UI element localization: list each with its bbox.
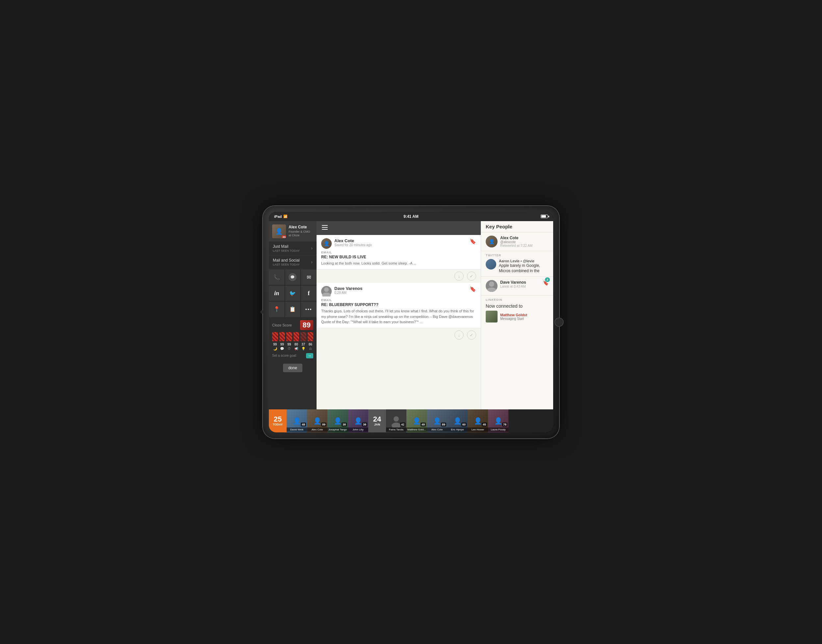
nav-item-title: Mail and Social <box>273 258 300 262</box>
key-people-title: Key People <box>486 224 549 229</box>
key-person-handle: @alexcote <box>500 240 549 244</box>
scale-icon: ⚖ <box>308 347 314 350</box>
location-icon: 📍 <box>273 306 280 312</box>
score-num-5: 37 <box>301 343 306 346</box>
tweet-text: Apple barely m Google, Micros combined i… <box>499 263 549 274</box>
score-value: 89 <box>300 320 313 330</box>
sidebar-item-mail-social[interactable]: Mail and Social LAST SEEN TODAY › <box>269 255 317 269</box>
linkedin-button[interactable]: in <box>269 285 285 301</box>
score-goal-button[interactable]: − <box>306 353 313 358</box>
messages-header <box>317 221 481 235</box>
menu-button[interactable] <box>321 224 329 232</box>
twitter-button[interactable]: 🐦 <box>285 285 301 301</box>
filmstrip-person-alex-cote-2[interactable]: 👤 89 Alex Cote <box>427 409 447 432</box>
message-card-dave[interactable]: Dave Varenos 0:28 AM 🔖 EMAIL RE: BLUEBER… <box>317 283 481 328</box>
location-button[interactable]: 📍 <box>269 301 285 317</box>
notes-button[interactable]: 📋 <box>285 301 301 317</box>
filmstrip-person-lee[interactable]: 👤 45 Lee Hower <box>468 409 488 432</box>
filmstrip-person-name: David Weik <box>287 428 307 432</box>
facebook-button[interactable]: f <box>301 285 317 301</box>
filmstrip-jan-number: 24 <box>373 416 381 423</box>
filmstrip-person-alex-cote-1[interactable]: 👤 89 Alex Cote <box>307 409 327 432</box>
filmstrip-person-matthew[interactable]: 👤 49 Matthew Gold... <box>406 409 427 432</box>
linkedin-person[interactable]: Matthew Goldst Messaging Start <box>486 311 549 322</box>
filmstrip-today-label: TODAY <box>273 423 283 426</box>
score-bar <box>279 332 285 341</box>
score-icons: 🌙 💬 ⏱ 📢 💡 ⚖ <box>272 347 313 350</box>
status-right <box>541 215 548 218</box>
cloze-score-section: Cloze Score 89 99 99 99 <box>269 317 317 361</box>
filmstrip-jan-label: JAN <box>374 423 380 426</box>
device-frame: iPad 📶 9:41 AM 👤 89 <box>263 206 559 439</box>
score-num-3: 99 <box>286 343 292 346</box>
key-person-dave[interactable]: Dave Varenos Latest at 0:43 AM 2 🔖 <box>481 277 553 296</box>
bookmark-icon[interactable]: 🔖 <box>469 238 476 244</box>
filmstrip-person-badge: 48 <box>301 423 306 426</box>
filmstrip: 25 TODAY 👤 48 David Weik 👤 89 Alex Cote … <box>269 409 553 432</box>
done-message-button[interactable]: ✓ <box>467 271 476 281</box>
done-message-button-2[interactable]: ✓ <box>467 330 476 340</box>
message-sender-name: Alex Cote <box>334 238 467 243</box>
tweet-content: Aaron Levie • @levie Apple barely m Goog… <box>499 259 549 274</box>
filmstrip-person-john-lilly[interactable]: 👤 38 John Lilly <box>348 409 368 432</box>
filmstrip-person-faina[interactable]: 42 Faina Tarola <box>386 409 406 432</box>
message-top: 👤 Alex Cote Saved for 20 minutes ago 🔖 <box>321 238 476 249</box>
linkedin-label: LINKEDIN <box>486 298 549 301</box>
filmstrip-person-badge: 78 <box>502 423 508 426</box>
messages-panel: 👤 Alex Cote Saved for 20 minutes ago 🔖 E… <box>317 221 481 409</box>
chat-icon: 💬 <box>279 347 285 350</box>
filmstrip-person-name: Faina Tarola <box>386 428 406 432</box>
filmstrip-person-name: Matthew Gold... <box>406 428 427 432</box>
archive-button[interactable]: ↓ <box>454 271 464 281</box>
message-body: Looking at the both now. Looks solid. Ge… <box>321 261 476 266</box>
profile-header[interactable]: 👤 89 Alex Cote Founder & CMO at Cloze <box>269 221 317 242</box>
bookmark-icon[interactable]: 🔖 <box>469 286 476 292</box>
avatar: 👤 89 <box>272 224 286 238</box>
sidebar: 👤 89 Alex Cote Founder & CMO at Cloze Ju… <box>269 221 317 409</box>
twitter-icon: 🐦 <box>289 290 296 296</box>
sms-button[interactable]: 💬 <box>285 270 301 285</box>
message-actions-1: ↓ ✓ <box>317 270 481 283</box>
message-actions-2: ↓ ✓ <box>317 328 481 342</box>
svg-rect-1 <box>322 227 328 228</box>
status-bar: iPad 📶 9:41 AM <box>269 212 553 221</box>
score-bar <box>272 332 278 341</box>
profile-info: Alex Cote Founder & CMO at Cloze <box>288 225 313 238</box>
filmstrip-person-badge: 60 <box>462 423 466 426</box>
score-bar <box>293 332 299 341</box>
filmstrip-person-name: Lee Hower <box>468 428 488 432</box>
chevron-right-icon: › <box>311 259 313 265</box>
filmstrip-person-name: Laura Foody <box>488 428 508 432</box>
message-subject: RE: BLUEBERRY SUPPORT?? <box>321 302 476 307</box>
filmstrip-person-badge: 89 <box>321 423 327 426</box>
message-type-label: EMAIL <box>321 299 476 302</box>
status-left: iPad 📶 <box>274 215 287 219</box>
message-type-label: EMAIL <box>321 251 476 254</box>
linkedin-person-title: Messaging Start <box>500 317 527 320</box>
side-button[interactable] <box>260 310 264 314</box>
message-card-alex[interactable]: 👤 Alex Cote Saved for 20 minutes ago 🔖 E… <box>317 235 481 270</box>
key-person-alex[interactable]: 👤 Alex Cote @alexcote Retweeted at 7:22 … <box>481 232 553 251</box>
more-button[interactable]: ••• <box>301 301 317 317</box>
filmstrip-jan[interactable]: 24 JAN <box>368 409 386 432</box>
filmstrip-person-josaphat[interactable]: 👤 38 Josaphat Tango <box>327 409 348 432</box>
phone-button[interactable]: 📞 <box>269 270 285 285</box>
email-button[interactable]: ✉ <box>301 270 317 285</box>
sidebar-item-just-mail[interactable]: Just Mail LAST SEEN TODAY › <box>269 242 317 255</box>
profile-badge: 89 <box>282 235 286 238</box>
filmstrip-today[interactable]: 25 TODAY <box>269 409 287 432</box>
score-num-1: 99 <box>272 343 278 346</box>
done-button[interactable]: done <box>283 363 302 372</box>
score-bar <box>301 332 306 341</box>
filmstrip-person-eric[interactable]: 👤 60 Eric Hjerpe <box>447 409 468 432</box>
filmstrip-person-badge: 89 <box>441 423 446 426</box>
filmstrip-person-david-weik[interactable]: 👤 48 David Weik <box>287 409 307 432</box>
sms-icon: 💬 <box>288 273 296 281</box>
filmstrip-person-laura[interactable]: 👤 78 Laura Foody <box>488 409 508 432</box>
twitter-section: TWITTER Aaron Levie • @levie Apple barel… <box>481 251 553 277</box>
archive-button-2[interactable]: ↓ <box>454 330 464 340</box>
bulb-icon: 💡 <box>301 347 306 350</box>
tweet-card[interactable]: Aaron Levie • @levie Apple barely m Goog… <box>486 259 549 274</box>
moon-icon: 🌙 <box>272 347 278 350</box>
home-button[interactable] <box>554 317 564 327</box>
